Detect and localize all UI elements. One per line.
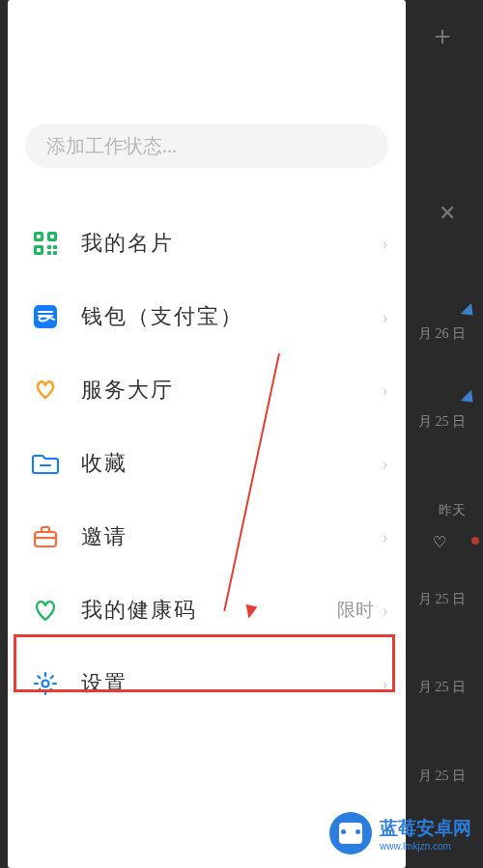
- menu-item-favorites[interactable]: 收藏 ›: [8, 427, 406, 500]
- menu-label: 钱包（支付宝）: [81, 302, 382, 331]
- close-icon: ✕: [439, 201, 456, 226]
- side-drawer: 添加工作状态... 我的名片 › 钱包（支付宝） › 服务大厅 › 收藏 ›: [8, 0, 406, 868]
- watermark-title: 蓝莓安卓网: [380, 816, 471, 841]
- unread-dot: [471, 537, 479, 545]
- bg-date: 月 25 日: [418, 591, 466, 608]
- menu-label: 我的健康码: [81, 596, 337, 625]
- chevron-right-icon: ›: [382, 233, 388, 255]
- menu-item-service-hall[interactable]: 服务大厅 ›: [8, 353, 406, 427]
- bg-date: 月 25 日: [418, 413, 466, 431]
- limited-badge: 限时: [337, 598, 374, 623]
- bg-date: 月 25 日: [418, 768, 466, 785]
- background-content: ＋ ✕ 月 26 日 月 25 日 昨天 ♡ 月 25 日 月 25 日 月 2…: [406, 0, 483, 868]
- svg-rect-12: [35, 532, 56, 546]
- status-input[interactable]: 添加工作状态...: [25, 124, 388, 168]
- bg-date: 月 26 日: [418, 325, 466, 343]
- svg-rect-7: [37, 235, 41, 238]
- chevron-right-icon: ›: [382, 600, 388, 622]
- plus-icon: ＋: [429, 17, 456, 54]
- menu-label: 设置: [81, 669, 382, 698]
- svg-rect-4: [53, 245, 57, 249]
- bg-date: 月 25 日: [418, 679, 466, 696]
- watermark-logo: [329, 812, 372, 854]
- corner-indicator: [461, 390, 478, 407]
- menu-label: 服务大厅: [81, 376, 382, 405]
- svg-rect-8: [50, 235, 54, 238]
- svg-rect-9: [37, 248, 41, 252]
- chevron-right-icon: ›: [382, 306, 388, 328]
- menu-item-health-code[interactable]: 我的健康码 限时 ›: [8, 574, 406, 647]
- menu-label: 邀请: [81, 522, 382, 551]
- status-placeholder: 添加工作状态...: [46, 133, 177, 159]
- svg-rect-6: [53, 251, 57, 255]
- watermark: 蓝莓安卓网 www.lmkjzn.com: [329, 812, 471, 854]
- menu-item-invite[interactable]: 邀请 ›: [8, 500, 406, 574]
- folder-minus-icon: [31, 449, 60, 478]
- svg-rect-5: [47, 251, 51, 255]
- gear-icon: [31, 669, 60, 698]
- menu-label: 我的名片: [81, 229, 382, 258]
- heart-hands-icon: [31, 376, 60, 405]
- alipay-icon: [31, 302, 60, 331]
- menu-item-my-card[interactable]: 我的名片 ›: [8, 207, 406, 280]
- menu-label: 收藏: [81, 449, 382, 478]
- chevron-right-icon: ›: [382, 453, 388, 475]
- qr-icon: [31, 229, 60, 258]
- heart-outline-icon: [31, 596, 60, 625]
- menu-item-wallet[interactable]: 钱包（支付宝） ›: [8, 280, 406, 353]
- corner-indicator: [461, 303, 478, 321]
- svg-point-14: [43, 681, 49, 687]
- bg-date: 昨天: [439, 502, 466, 519]
- briefcase-icon: [31, 522, 60, 551]
- menu-item-settings[interactable]: 设置 ›: [8, 647, 406, 720]
- chevron-right-icon: ›: [382, 673, 388, 695]
- heart-icon: ♡: [433, 533, 446, 551]
- svg-rect-3: [47, 245, 51, 249]
- watermark-url: www.lmkjzn.com: [380, 841, 471, 852]
- chevron-right-icon: ›: [382, 379, 388, 402]
- chevron-right-icon: ›: [382, 526, 388, 548]
